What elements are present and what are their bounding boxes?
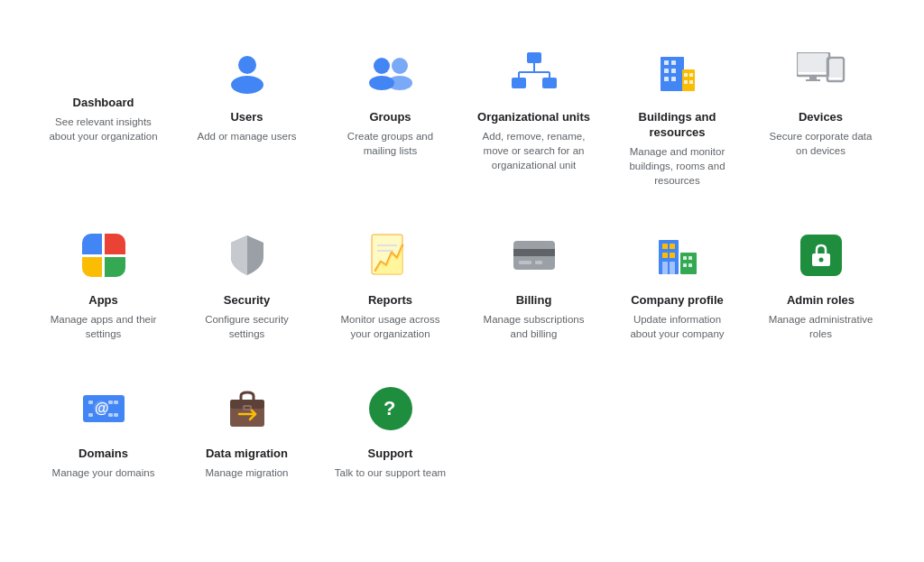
- svg-rect-65: [245, 407, 250, 409]
- apps-title: Apps: [88, 293, 118, 309]
- svg-rect-18: [664, 77, 669, 81]
- data-migration-title: Data migration: [206, 447, 288, 462]
- svg-rect-8: [542, 78, 557, 88]
- org-icon: [507, 45, 561, 99]
- groups-icon: [364, 45, 418, 99]
- admin-roles-icon: [794, 228, 848, 282]
- svg-rect-40: [670, 244, 675, 249]
- svg-point-0: [238, 56, 256, 74]
- svg-rect-45: [680, 253, 697, 274]
- svg-rect-19: [671, 77, 676, 81]
- billing-icon: [507, 228, 561, 282]
- dashboard-desc: See relevant insights about your organiz…: [45, 115, 162, 143]
- svg-rect-44: [670, 262, 675, 274]
- svg-point-4: [392, 58, 408, 74]
- devices-icon: [794, 45, 848, 99]
- buildings-title: Buildings and resources: [619, 110, 735, 141]
- admin-roles-title: Admin roles: [787, 293, 855, 309]
- svg-rect-14: [664, 60, 669, 65]
- buildings-desc: Manage and monitor buildings, rooms and …: [619, 144, 735, 188]
- svg-rect-56: [114, 401, 118, 404]
- svg-rect-43: [662, 262, 668, 274]
- apps-icon: [77, 228, 131, 282]
- svg-rect-30: [829, 60, 842, 78]
- security-title: Security: [224, 293, 270, 309]
- reports-title: Reports: [368, 293, 412, 309]
- svg-rect-22: [689, 73, 693, 77]
- svg-point-2: [374, 58, 390, 74]
- support-desc: Talk to our support team: [335, 465, 446, 480]
- admin-roles-desc: Manage administrative roles: [762, 312, 879, 341]
- reports-desc: Monitor usage across your organization: [332, 312, 448, 341]
- card-support[interactable]: ? Support Talk to our support team: [323, 364, 457, 493]
- card-org-units[interactable]: Organizational units Add, remove, rename…: [467, 27, 601, 201]
- svg-rect-39: [662, 244, 668, 249]
- security-desc: Configure security settings: [189, 312, 305, 341]
- dashboard-icon: [84, 45, 124, 85]
- card-devices[interactable]: Devices Secure corporate data on devices: [753, 27, 888, 201]
- devices-title: Devices: [799, 110, 843, 125]
- svg-rect-36: [519, 261, 531, 264]
- svg-rect-38: [659, 240, 679, 274]
- apps-desc: Manage apps and their settings: [45, 312, 162, 341]
- svg-rect-59: [108, 401, 113, 404]
- svg-rect-17: [671, 69, 676, 73]
- reports-icon: [364, 228, 418, 282]
- svg-rect-55: [88, 401, 93, 404]
- svg-rect-60: [108, 413, 113, 417]
- empty-cell-3: [753, 364, 888, 493]
- svg-text:@: @: [95, 401, 109, 416]
- groups-title: Groups: [369, 110, 411, 125]
- svg-rect-42: [670, 253, 675, 258]
- svg-rect-7: [512, 78, 526, 88]
- card-groups[interactable]: Groups Create groups and mailing lists: [323, 27, 457, 201]
- card-apps[interactable]: Apps Manage apps and their settings: [36, 210, 171, 355]
- card-data-migration[interactable]: Data migration Manage migration: [180, 364, 314, 493]
- org-units-title: Organizational units: [477, 110, 590, 125]
- support-title: Support: [368, 447, 413, 462]
- svg-point-51: [818, 258, 823, 263]
- svg-point-1: [231, 76, 263, 94]
- card-admin-roles[interactable]: Admin roles Manage administrative roles: [753, 210, 888, 355]
- svg-rect-37: [535, 261, 542, 264]
- billing-desc: Manage subscriptions and billing: [476, 312, 592, 341]
- svg-rect-41: [662, 253, 668, 258]
- data-migration-icon: [220, 382, 274, 436]
- support-icon: ?: [364, 382, 418, 436]
- svg-rect-46: [683, 256, 687, 260]
- card-reports[interactable]: Reports Monitor usage across your organi…: [323, 210, 457, 355]
- buildings-icon: [651, 45, 705, 99]
- domains-icon: @: [77, 382, 131, 436]
- domains-title: Domains: [79, 447, 128, 462]
- card-buildings[interactable]: Buildings and resources Manage and monit…: [610, 27, 744, 201]
- svg-rect-58: [114, 413, 118, 417]
- svg-rect-27: [809, 76, 817, 79]
- admin-console-grid: Dashboard See relevant insights about yo…: [0, 0, 924, 521]
- svg-rect-21: [684, 73, 688, 77]
- card-security[interactable]: Security Configure security settings: [180, 210, 314, 355]
- svg-text:?: ?: [383, 397, 395, 419]
- users-title: Users: [230, 110, 263, 125]
- card-billing[interactable]: Billing Manage subscriptions and billing: [467, 210, 601, 355]
- company-profile-title: Company profile: [631, 293, 724, 309]
- users-icon: [220, 45, 274, 99]
- svg-rect-23: [684, 80, 688, 84]
- svg-rect-6: [527, 52, 541, 63]
- svg-rect-57: [88, 413, 93, 417]
- card-domains[interactable]: @ Domains Manage your domains: [36, 364, 171, 493]
- card-dashboard[interactable]: Dashboard See relevant insights about yo…: [36, 27, 171, 201]
- svg-point-5: [387, 76, 412, 90]
- empty-cell-2: [610, 364, 744, 493]
- company-profile-desc: Update information about your company: [619, 312, 735, 341]
- svg-rect-26: [799, 54, 827, 72]
- svg-rect-48: [683, 263, 687, 267]
- domains-desc: Manage your domains: [52, 465, 155, 480]
- devices-desc: Secure corporate data on devices: [762, 129, 879, 158]
- card-company-profile[interactable]: Company profile Update information about…: [610, 210, 744, 355]
- card-users[interactable]: Users Add or manage users: [180, 27, 314, 201]
- dashboard-title: Dashboard: [73, 96, 134, 111]
- svg-rect-28: [806, 79, 820, 81]
- security-icon: [220, 228, 274, 282]
- org-units-desc: Add, remove, rename, move or search for …: [476, 129, 592, 172]
- data-migration-desc: Manage migration: [205, 465, 288, 480]
